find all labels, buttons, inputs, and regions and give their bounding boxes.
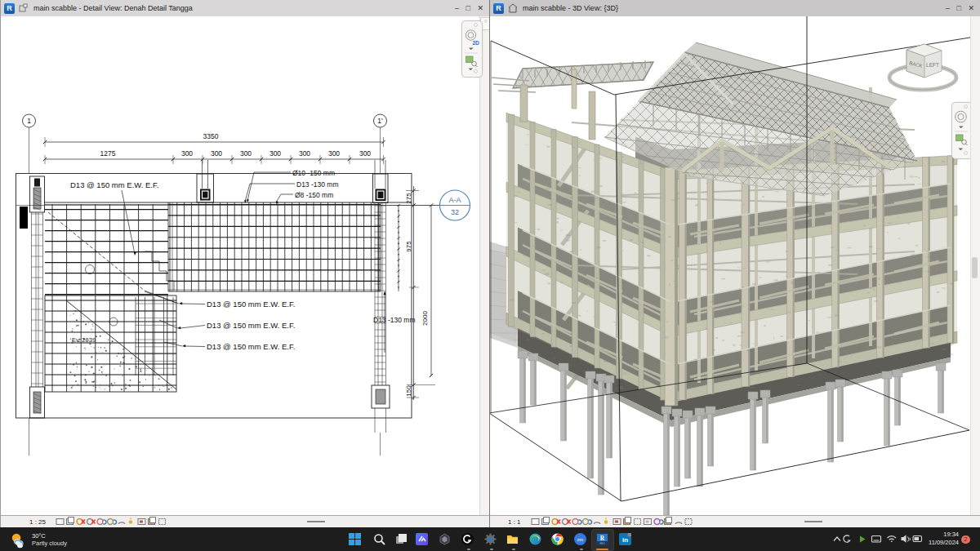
svg-text:975: 975 (405, 241, 412, 252)
svg-text:REV: REV (599, 542, 604, 545)
svg-text:3350: 3350 (203, 132, 219, 140)
svg-text:A-A: A-A (448, 196, 461, 204)
svg-text:D13 -130 mm: D13 -130 mm (373, 316, 416, 324)
svg-text:300: 300 (299, 149, 310, 158)
svg-text:LEFT: LEFT (926, 62, 939, 68)
svg-text:300: 300 (270, 149, 281, 158)
svg-text:1: 1 (27, 117, 31, 125)
svg-text:D13 -130 mm: D13 -130 mm (296, 180, 339, 189)
svg-text:zm: zm (577, 537, 584, 542)
svg-text:Ø8 -150 mm: Ø8 -150 mm (295, 191, 333, 199)
svg-text:Ø10 -150 mm: Ø10 -150 mm (292, 169, 335, 177)
svg-text:32: 32 (451, 208, 459, 216)
svg-text:275: 275 (405, 193, 412, 204)
svg-text:300: 300 (211, 149, 222, 158)
svg-text:D13 @ 150 mm E.W. E.F.: D13 @ 150 mm E.W. E.F. (207, 342, 295, 351)
svg-text:D13 @ 150 mm E.W. E.F.: D13 @ 150 mm E.W. E.F. (207, 300, 295, 309)
svg-text:in: in (622, 536, 628, 544)
svg-text:1275: 1275 (100, 149, 116, 158)
svg-text:300: 300 (359, 149, 371, 158)
svg-text:300: 300 (328, 149, 340, 158)
svg-text:300: 300 (240, 149, 252, 158)
svg-text:D13 @ 150 mm E.W. E.F.: D13 @ 150 mm E.W. E.F. (207, 321, 295, 330)
svg-text:1': 1' (377, 117, 383, 125)
svg-text:150: 150 (405, 385, 412, 397)
svg-text:2D: 2D (473, 40, 480, 46)
svg-text:D13 @ 150 mm E.W. E.F.: D13 @ 150 mm E.W. E.F. (70, 180, 158, 189)
svg-text:300: 300 (181, 149, 193, 158)
svg-text:Ev. 2039: Ev. 2039 (72, 336, 96, 344)
svg-text:2000: 2000 (421, 311, 429, 326)
